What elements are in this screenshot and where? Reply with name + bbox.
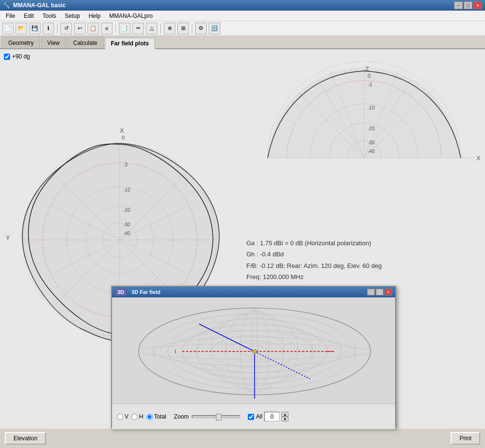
- menu-bar: File Edit Tools Setup Help MMANA-GALpro: [0, 11, 485, 21]
- maximize-button[interactable]: □: [464, 1, 472, 9]
- zoom-label: Zoom: [174, 413, 189, 420]
- zoom-slider-thumb[interactable]: [216, 414, 222, 420]
- plus90-checkbox[interactable]: [4, 54, 10, 60]
- zoom-slider-track: [192, 415, 240, 418]
- toolbar-btn-edit2[interactable]: ≡: [101, 23, 113, 34]
- 3d-badge: 3D: [115, 289, 127, 295]
- minimize-button[interactable]: −: [454, 1, 463, 9]
- menu-edit[interactable]: Edit: [20, 12, 38, 20]
- toolbar-btn-circle[interactable]: ⊕: [164, 23, 175, 34]
- radio-h-label: H: [139, 413, 143, 420]
- tab-calculate[interactable]: Calculate: [67, 37, 103, 48]
- angle-spinner: ▲ ▼: [282, 412, 288, 421]
- toolbar-btn-doc[interactable]: 📑: [119, 23, 130, 34]
- all-checkbox[interactable]: [248, 414, 254, 420]
- angle-input[interactable]: 0: [264, 412, 280, 421]
- spin-up[interactable]: ▲: [282, 412, 288, 417]
- toolbar-btn-settings[interactable]: ⚙: [195, 23, 207, 34]
- toolbar-btn-pen[interactable]: ✏: [132, 23, 144, 34]
- toolbar-sep-4: [192, 24, 192, 33]
- menu-tools[interactable]: Tools: [39, 12, 60, 20]
- radio-h[interactable]: [131, 414, 138, 420]
- toolbar-sep-3: [160, 24, 161, 33]
- y-axis-label: Y: [6, 234, 10, 241]
- radio-v-item: V: [117, 413, 128, 420]
- tabs: Geometry View Calculate Far field plots: [0, 36, 485, 49]
- toolbar-sep-2: [115, 24, 116, 33]
- info-line4: Freq: 1200.000 MHz: [246, 271, 382, 282]
- toolbar: 📄 📂 💾 ℹ ↺ ↩ 📋 ≡ 📑 ✏ △ ⊕ ⊞ ⚙ 🔢: [0, 21, 485, 36]
- bottom-bar: Elevation Print: [0, 429, 485, 448]
- checkbox-row: +90 dg: [4, 53, 30, 60]
- toolbar-btn-edit1[interactable]: 📋: [87, 23, 99, 34]
- radio-v[interactable]: [117, 414, 123, 420]
- all-label: All: [256, 413, 262, 420]
- svg-text:l: l: [175, 349, 176, 354]
- toolbar-btn-tri[interactable]: △: [146, 23, 157, 34]
- menu-setup[interactable]: Setup: [61, 12, 84, 20]
- radio-v-label: V: [125, 413, 128, 420]
- x-axis-right-label: X: [476, 154, 481, 162]
- modal-close[interactable]: ×: [385, 289, 392, 295]
- toolbar-sep-1: [57, 24, 57, 33]
- toolbar-btn-undo[interactable]: ↩: [74, 23, 86, 34]
- tab-geometry[interactable]: Geometry: [2, 37, 40, 48]
- x-axis-top-label: X: [120, 127, 124, 134]
- elevation-button[interactable]: Elevation: [5, 432, 46, 445]
- info-line3: F/B: -0.12 dB; Rear: Azim. 120 deg, Elev…: [246, 260, 382, 271]
- toolbar-btn-reset[interactable]: ↺: [60, 23, 72, 34]
- app-icon: 🔧: [3, 2, 10, 9]
- toolbar-btn-save[interactable]: 💾: [29, 23, 41, 34]
- modal-bottom: V H Total Zoom All 0: [112, 404, 395, 429]
- modal-title-left: 3D 3D Far field: [115, 289, 160, 295]
- print-button[interactable]: Print: [451, 432, 480, 445]
- title-bar-left: 🔧 MMANA-GAL basic: [3, 2, 66, 9]
- modal-controls: − □ ×: [367, 289, 392, 295]
- radio-h-item: H: [131, 413, 143, 420]
- app-title: MMANA-GAL basic: [13, 2, 66, 9]
- info-line2: Gh : -0.4 dBd: [246, 249, 382, 260]
- radio-total[interactable]: [146, 414, 153, 420]
- modal-3d-far-field: 3D 3D Far field − □ ×: [111, 286, 396, 428]
- right-plot: Z 0 X -3 -10 -20 -30 -: [248, 61, 485, 254]
- azimuth-plot-svg: Z 0 X -3 -10 -20 -30 -: [248, 61, 485, 254]
- toolbar-btn-info[interactable]: ℹ: [43, 23, 54, 34]
- toolbar-btn-calc[interactable]: 🔢: [209, 23, 220, 34]
- tab-view[interactable]: View: [41, 37, 66, 48]
- menu-help[interactable]: Help: [85, 12, 104, 20]
- title-bar: 🔧 MMANA-GAL basic − □ ×: [0, 0, 485, 11]
- zoom-area: Zoom: [174, 413, 240, 420]
- close-button[interactable]: ×: [473, 1, 482, 9]
- toolbar-btn-open[interactable]: 📂: [15, 23, 27, 34]
- radio-total-item: Total: [146, 413, 166, 420]
- toolbar-btn-grid[interactable]: ⊞: [177, 23, 189, 34]
- main-content: +90 dg Y X 0 -3 -10 -20: [0, 49, 485, 448]
- 3d-plot-area[interactable]: l Z: [112, 297, 395, 404]
- svg-text:0: 0: [122, 135, 125, 140]
- all-area: All 0 ▲ ▼: [248, 412, 288, 421]
- info-line1: Ga : 1.75 dBi = 0 dB (Horizontal polariz…: [246, 238, 382, 249]
- modal-minimize[interactable]: −: [367, 289, 375, 295]
- title-bar-controls: − □ ×: [454, 1, 482, 9]
- modal-maximize[interactable]: □: [376, 289, 384, 295]
- plus90-label: +90 dg: [12, 53, 30, 60]
- radio-group-polarization: V H Total: [117, 413, 166, 420]
- radio-total-label: Total: [154, 413, 166, 420]
- menu-file[interactable]: File: [2, 12, 19, 20]
- modal-title-text: 3D Far field: [131, 289, 160, 295]
- modal-title-bar: 3D 3D Far field − □ ×: [112, 287, 395, 297]
- 3d-plot-svg: l Z: [112, 297, 395, 404]
- toolbar-btn-new[interactable]: 📄: [2, 23, 14, 34]
- svg-text:Z: Z: [256, 350, 259, 354]
- menu-mmana-pro[interactable]: MMANA-GALpro: [105, 12, 157, 20]
- spin-down[interactable]: ▼: [282, 417, 288, 421]
- tab-far-field-plots[interactable]: Far field plots: [105, 38, 156, 49]
